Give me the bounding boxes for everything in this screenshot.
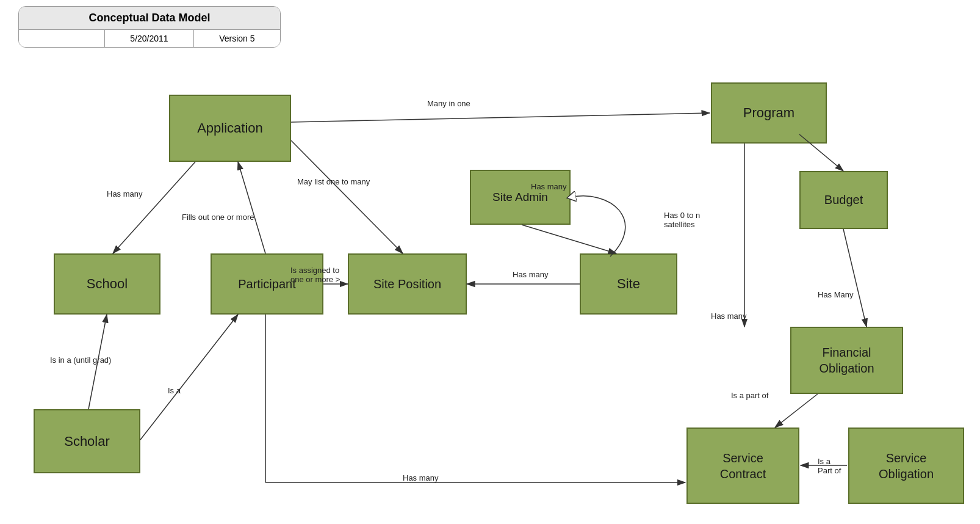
entity-scholar: Scholar bbox=[34, 409, 140, 473]
label-is-a-part-of-obligation: Is a Part of bbox=[818, 457, 841, 475]
diagram-container: Conceptual Data Model 5/20/2011 Version … bbox=[0, 0, 980, 524]
title-left bbox=[19, 30, 105, 47]
entity-site: Site bbox=[580, 253, 677, 315]
entity-site-position: Site Position bbox=[348, 253, 467, 315]
svg-line-3 bbox=[113, 162, 195, 253]
svg-line-5 bbox=[291, 140, 403, 253]
title-version: Version 5 bbox=[194, 30, 280, 47]
label-is-a: Is a bbox=[168, 386, 181, 395]
label-is-in-a: Is in a (until grad) bbox=[50, 355, 111, 365]
svg-line-8 bbox=[522, 225, 616, 253]
entity-service-obligation: Service Obligation bbox=[848, 428, 964, 504]
svg-line-12 bbox=[775, 394, 818, 428]
entity-participant: Participant bbox=[211, 253, 323, 315]
label-has-many-budget: Has Many bbox=[818, 290, 854, 299]
svg-line-2 bbox=[291, 113, 710, 122]
entity-budget: Budget bbox=[799, 171, 888, 229]
entity-service-contract: Service Contract bbox=[686, 428, 799, 504]
label-has-many-school: Has many bbox=[107, 189, 143, 198]
title-main: Conceptual Data Model bbox=[19, 7, 280, 30]
title-date: 5/20/2011 bbox=[105, 30, 194, 47]
label-may-list: May list one to many bbox=[297, 177, 370, 186]
label-many-in-one: Many in one bbox=[427, 99, 470, 108]
label-has-many-site-admin: Has many bbox=[531, 182, 567, 191]
svg-line-11 bbox=[843, 229, 867, 327]
entity-program: Program bbox=[711, 82, 827, 144]
label-has-0-to-n: Has 0 to n satellites bbox=[664, 211, 700, 229]
entity-site-admin: Site Admin bbox=[470, 170, 571, 225]
label-has-many-site: Has many bbox=[513, 270, 549, 279]
label-fills-out: Fills out one or more bbox=[182, 213, 254, 222]
label-has-many-contract: Has many bbox=[403, 473, 439, 482]
entity-application: Application bbox=[169, 95, 291, 162]
entity-financial-obligation: Financial Obligation bbox=[790, 327, 903, 394]
label-is-a-part-of: Is a part of bbox=[731, 391, 768, 400]
title-box: Conceptual Data Model 5/20/2011 Version … bbox=[18, 6, 281, 48]
svg-line-14 bbox=[140, 315, 238, 440]
label-has-many-program: Has many bbox=[711, 311, 747, 321]
label-is-assigned: Is assigned to one or more > bbox=[290, 266, 340, 284]
svg-line-4 bbox=[238, 162, 265, 253]
entity-school: School bbox=[54, 253, 160, 315]
